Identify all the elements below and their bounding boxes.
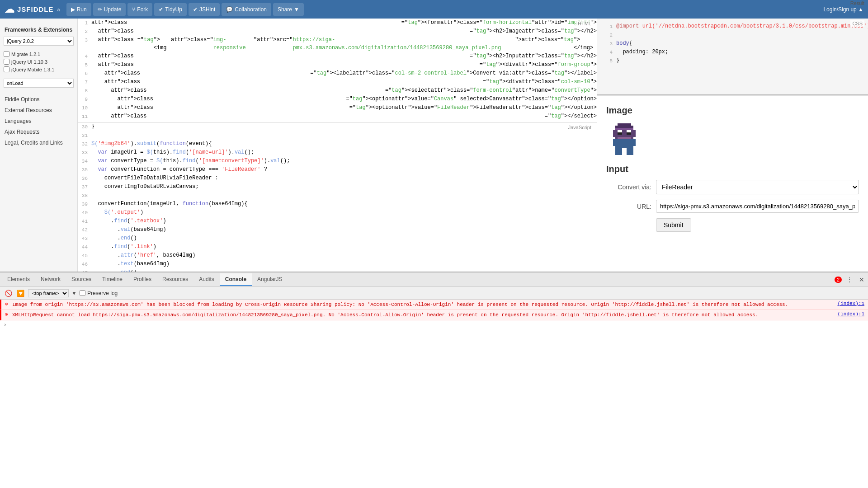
migrate-label: Migrate 1.2.1 [11,52,40,57]
line-content: var imageUrl = $(this).find('[name=url]'… [91,148,597,156]
line-number: 43 [78,234,91,243]
error-link-2[interactable]: (index):1 [838,311,864,317]
tab-console[interactable]: Console [220,273,252,286]
line-number: 36 [78,174,91,183]
line-content: .find('.textbox') [91,217,597,225]
sidebar-item-ajax-requests[interactable]: Ajax Requests [0,127,77,137]
sidebar-item-fiddle-options[interactable]: Fiddle Options [0,94,77,105]
css-editor-label: CSS [850,20,864,27]
convert-label: Convert via: [606,183,651,191]
preserve-log-checkbox[interactable] [80,290,85,296]
submit-button[interactable]: Submit [656,218,691,232]
table-row: 5 attr">class="tag"><div attr">class="fo… [78,61,597,69]
migrate-checkbox[interactable] [4,51,9,57]
clear-console-icon[interactable]: 🚫 [4,289,13,298]
table-row: 1attr">class="tag"><form attr">class="fo… [78,19,597,27]
svg-rect-7 [627,132,631,135]
jqueryui-checkbox[interactable] [4,59,9,65]
svg-rect-13 [613,139,615,146]
devtools-menu-button[interactable]: ⋮ [844,275,854,284]
table-row: 41 .find('.textbox') [78,217,597,225]
line-content: attr">class [91,52,470,60]
css-code-area[interactable]: 1@import url('//netdna.bootstrapcdn.com/… [597,19,868,69]
url-form-group: URL: [606,200,859,213]
line-number: 41 [78,217,91,225]
line-number: 1 [78,19,91,27]
filter-icon[interactable]: 🔽 [16,289,25,298]
table-row: 1@import url('//netdna.bootstrapcdn.com/… [603,22,863,31]
tab-elements[interactable]: Elements [2,273,35,286]
cloud-icon: ☁ [5,4,14,15]
error-link-1[interactable]: (index):1 [838,301,864,306]
url-input[interactable] [656,200,859,213]
line-content: } [91,122,597,131]
convert-select[interactable]: FileReaderCanvas [656,180,859,194]
table-row: 8 attr">class="tag"><select attr">class=… [78,86,597,95]
line-content: padding: 20px; [616,48,863,56]
sidebar-item-external-resources[interactable]: External Resources [0,105,77,116]
svg-rect-5 [627,130,631,132]
line-number: 3 [78,36,91,44]
line-content: attr">class [91,36,137,44]
svg-rect-14 [633,139,636,146]
tab-audits[interactable]: Audits [193,273,219,286]
update-button[interactable]: ✏ Update [93,3,126,16]
error-text-2: XMLHttpRequest cannot load https://siga-… [12,311,833,319]
sidebar-item-languages[interactable]: Languages [0,116,77,127]
tab-angularjs[interactable]: AngularJS [252,273,288,286]
table-row: 45 .attr('href', base64Img) [78,251,597,260]
line-number: 37 [78,183,91,191]
preview-panel: CSS 1@import url('//netdna.bootstrapcdn.… [597,19,868,272]
jquerymobile-label: jQuery Mobile 1.3.1 [11,67,54,72]
jquerymobile-checkbox[interactable] [4,66,9,72]
convert-form-group: Convert via: FileReaderCanvas [606,180,859,194]
line-number: 6 [78,69,91,78]
frame-select[interactable]: <top frame> [28,289,69,297]
line-number: 5 [78,61,91,69]
tab-profiles[interactable]: Profiles [128,273,157,286]
table-row: 2 attr">class="tag"><h2>Imageattr">class… [78,27,597,36]
jshint-button[interactable]: ✔ JSHint [189,3,220,16]
framework-select[interactable]: jQuery 2.0.2 [4,37,74,46]
line-content: .end() [91,234,597,242]
result-button[interactable]: Result [850,0,864,6]
migrate-checkbox-row: Migrate 1.2.1 [0,50,77,58]
line-number: 35 [78,165,91,174]
tab-timeline[interactable]: Timeline [97,273,128,286]
console-prompt[interactable]: › [0,320,868,329]
table-row: 39 convertFunction(imageUrl, function(ba… [78,200,597,208]
table-row: 44 .find('.link') [78,243,597,251]
line-number: 1 [603,22,616,31]
tab-resources[interactable]: Resources [157,273,193,286]
line-number: 31 [78,131,91,140]
table-row: 10 attr">class="tag"><option attr">value… [78,103,597,112]
preview-result: Image Input Co [597,96,868,272]
table-row: 6 attr">class="tag"><label attr">class="… [78,69,597,78]
svg-rect-3 [613,130,636,137]
login-button[interactable]: Login/Sign up ▲ [823,6,863,13]
tab-network[interactable]: Network [35,273,66,286]
js-code-area[interactable]: 30}3132$('#img2b64').submit(function(eve… [78,122,597,272]
line-number: 38 [78,191,91,200]
table-row: 3body{ [603,39,863,48]
line-content: .find('.link') [91,243,597,251]
tab-sources[interactable]: Sources [66,273,97,286]
tidyup-button[interactable]: ✔ TidyUp [154,3,187,16]
line-number: 5 [603,56,616,65]
js-editor-label: JavaScript [566,124,593,131]
collaboration-button[interactable]: 💬 Collaboration [222,3,271,16]
line-content: attr">class [91,78,483,86]
html-code-area[interactable]: 1attr">class="tag"><form attr">class="fo… [78,19,597,122]
run-button[interactable]: ▶ Run [66,3,91,16]
fork-button[interactable]: ⑂ Fork [127,3,152,16]
sidebar-item-legal[interactable]: Legal, Credits and Links [0,137,77,148]
devtools-close-button[interactable]: ✕ [857,275,866,284]
table-row: 46 .text(base64Img) [78,260,597,268]
svg-rect-12 [627,148,633,155]
share-button[interactable]: Share ▼ [273,3,304,16]
line-content: } [616,56,863,65]
svg-rect-6 [618,132,622,135]
onload-select[interactable]: onLoad [4,79,74,88]
logo: ☁ JSFIDDLE a [5,4,60,15]
css-editor: CSS 1@import url('//netdna.bootstrapcdn.… [597,19,868,94]
